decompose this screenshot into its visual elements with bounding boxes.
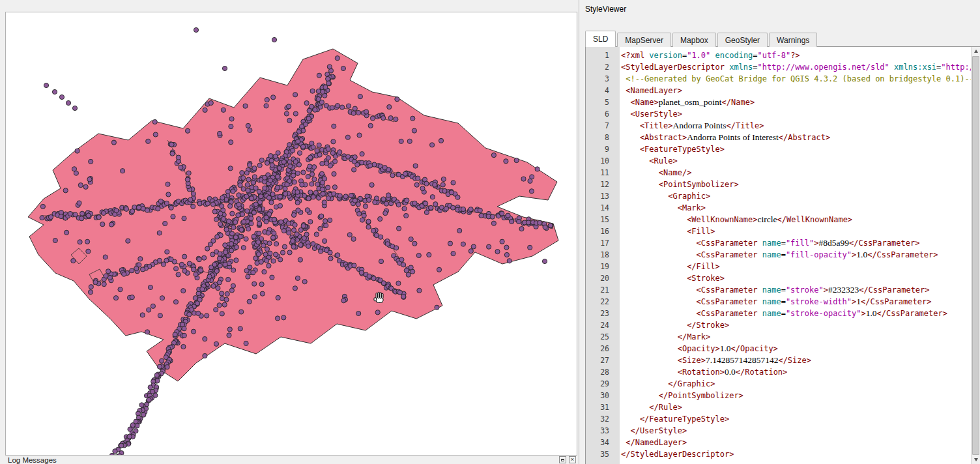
line-number: 19 (586, 261, 614, 272)
code-line: 5 <Name>planet_osm_point</Name> (586, 96, 971, 108)
scroll-up-icon[interactable] (972, 47, 980, 55)
code-line: 6 <UserStyle> (586, 108, 971, 120)
styleviewer-panel: StyleViewer SLDMapServerMapboxGeoStylerW… (579, 0, 980, 464)
log-messages-title: Log Messages (5, 456, 57, 464)
tab-geostyler[interactable]: GeoStyler (717, 33, 768, 47)
code-line: 33 </UserStyle> (586, 425, 971, 437)
code-line: 27 <Size>7.142857142857142</Size> (586, 355, 971, 366)
code-line: 35</StyledLayerDescriptor> (586, 448, 971, 460)
code-line: 31 </Rule> (586, 401, 971, 413)
code-line: 8 <Abstract>Andorra Points of Interest</… (586, 132, 971, 143)
code-line: 21 <CssParameter name="stroke">#232323</… (586, 284, 971, 296)
line-number: 12 (586, 179, 614, 190)
code-line: 4 <NamedLayer> (586, 85, 971, 96)
vertical-scrollbar[interactable] (971, 47, 980, 464)
code-line: 11 <Name/> (586, 167, 971, 179)
code-line: 23 <CssParameter name="stroke-opacity">1… (586, 308, 971, 319)
line-number: 7 (586, 120, 614, 132)
code-line: 30 </PointSymbolizer> (586, 390, 971, 401)
line-number: 3 (586, 73, 614, 85)
line-number: 29 (586, 378, 614, 390)
line-number: 4 (586, 85, 614, 96)
line-number: 24 (586, 319, 614, 331)
line-number: 17 (586, 237, 614, 249)
line-number: 21 (586, 284, 614, 296)
line-number: 32 (586, 413, 614, 425)
line-number: 2 (586, 61, 614, 73)
styleviewer-tab-bar: SLDMapServerMapboxGeoStylerWarnings (585, 31, 818, 47)
scrollbar-thumb[interactable] (972, 56, 979, 455)
line-number: 25 (586, 331, 614, 343)
line-number: 31 (586, 401, 614, 413)
code-line: 12 <PointSymbolizer> (586, 179, 971, 190)
code-line: 17 <CssParameter name="fill">#8d5a99</Cs… (586, 237, 971, 249)
line-number: 1 (586, 50, 614, 61)
hand-cursor (373, 291, 386, 306)
sld-code-frame: 1<?xml version="1.0" encoding="utf-8"?>2… (585, 46, 980, 464)
code-line: 34 </NamedLayer> (586, 437, 971, 448)
line-number: 8 (586, 132, 614, 143)
line-number: 13 (586, 190, 614, 202)
code-line: 3 <!--Generated by GeoCat Bridge for QGI… (586, 73, 971, 85)
line-number: 16 (586, 225, 614, 237)
code-line: 2<StyledLayerDescriptor xmlns="http://ww… (586, 61, 971, 73)
code-line: 32 </FeatureTypeStyle> (586, 413, 971, 425)
line-number: 18 (586, 249, 614, 261)
code-line: 13 <Graphic> (586, 190, 971, 202)
log-messages-panel-header: Log Messages × (5, 456, 577, 464)
code-line: 14 <Mark> (586, 202, 971, 214)
code-line: 16 <Fill> (586, 225, 971, 237)
sld-code-editor[interactable]: 1<?xml version="1.0" encoding="utf-8"?>2… (586, 47, 971, 464)
tab-mapserver[interactable]: MapServer (617, 33, 671, 47)
code-line: 29 </Graphic> (586, 378, 971, 390)
scroll-down-icon[interactable] (972, 456, 980, 464)
line-number: 9 (586, 143, 614, 155)
line-number: 6 (586, 108, 614, 120)
tab-sld[interactable]: SLD (585, 31, 616, 47)
line-number: 5 (586, 96, 614, 108)
code-line: 7 <Title>Andorra Points</Title> (586, 120, 971, 132)
close-panel-icon[interactable]: × (569, 456, 576, 463)
code-line: 20 <Stroke> (586, 272, 971, 284)
line-number: 23 (586, 308, 614, 319)
code-line: 22 <CssParameter name="stroke-width">1</… (586, 296, 971, 308)
line-number: 15 (586, 214, 614, 225)
line-number: 26 (586, 343, 614, 355)
panel-title: StyleViewer (579, 0, 980, 14)
line-number: 14 (586, 202, 614, 214)
float-panel-icon[interactable] (559, 456, 566, 463)
tab-mapbox[interactable]: Mapbox (672, 33, 716, 47)
code-line: 19 </Fill> (586, 261, 971, 272)
line-number: 11 (586, 167, 614, 179)
line-number: 35 (586, 448, 614, 460)
map-canvas[interactable] (5, 12, 577, 456)
line-number: 10 (586, 155, 614, 167)
line-number: 20 (586, 272, 614, 284)
line-number: 27 (586, 355, 614, 366)
code-line: 26 <Opacity>1.0</Opacity> (586, 343, 971, 355)
code-line: 1<?xml version="1.0" encoding="utf-8"?> (586, 50, 971, 61)
code-line: 10 <Rule> (586, 155, 971, 167)
line-number: 22 (586, 296, 614, 308)
code-line: 18 <CssParameter name="fill-opacity">1.0… (586, 249, 971, 261)
code-line: 9 <FeatureTypeStyle> (586, 143, 971, 155)
code-line: 28 <Rotation>0.0</Rotation> (586, 366, 971, 378)
tab-warnings[interactable]: Warnings (769, 33, 817, 47)
line-number: 33 (586, 425, 614, 437)
application-window: Log Messages × StyleViewer SLDMapServerM… (0, 0, 980, 464)
andorra-points-map (6, 12, 577, 455)
code-line: 15 <WellKnownName>circle</WellKnownName> (586, 214, 971, 225)
line-number: 30 (586, 390, 614, 401)
code-line: 25 </Mark> (586, 331, 971, 343)
line-number: 28 (586, 366, 614, 378)
code-line: 24 </Stroke> (586, 319, 971, 331)
line-number: 34 (586, 437, 614, 448)
